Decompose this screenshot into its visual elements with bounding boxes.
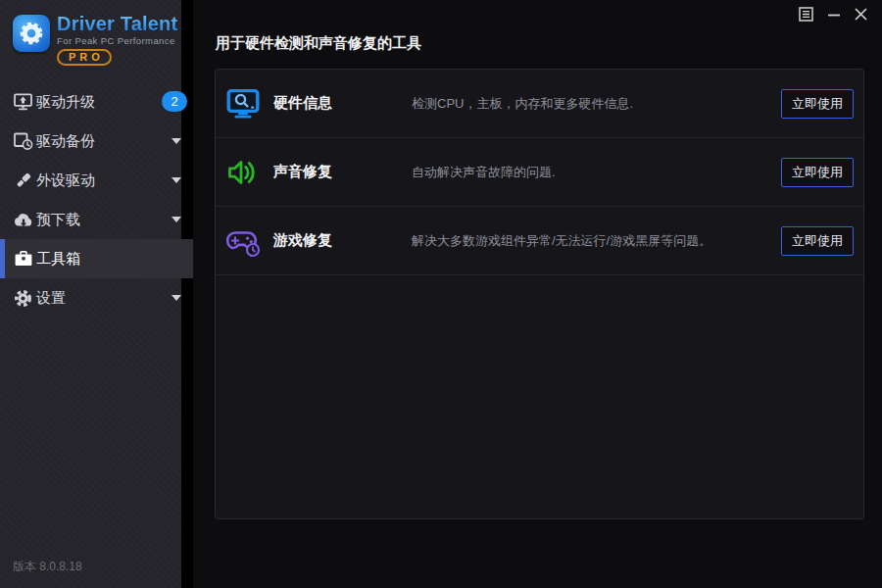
tool-title: 硬件信息 (273, 94, 412, 113)
chevron-down-icon (172, 138, 181, 144)
tool-title: 游戏修复 (273, 231, 412, 250)
sidebar-item-label: 驱动升级 (36, 93, 95, 112)
menu-list-icon (799, 7, 813, 25)
update-count-badge: 2 (162, 91, 187, 112)
pro-badge: PRO (57, 49, 112, 66)
tool-row-sound-repair: 声音修复 自动解决声音故障的问题. 立即使用 (216, 138, 863, 207)
sidebar-item-peripheral-drivers[interactable]: 外设驱动 (0, 161, 193, 200)
logo: Driver Talent For Peak PC Performance PR… (13, 14, 189, 69)
sidebar-item-label: 设置 (36, 289, 66, 308)
sidebar-item-label: 工具箱 (36, 250, 80, 269)
use-now-button[interactable]: 立即使用 (781, 158, 854, 187)
logo-gear-icon (13, 15, 50, 52)
logo-subtitle: For Peak PC Performance (57, 35, 177, 46)
minimize-icon (827, 7, 841, 25)
usb-drive-icon (13, 171, 33, 190)
tool-description: 解决大多数游戏组件异常/无法运行/游戏黑屏等问题。 (412, 232, 781, 250)
tools-panel: 硬件信息 检测CPU，主板，内存和更多硬件信息. 立即使用 声音修复 自动解决声… (215, 69, 864, 519)
chevron-down-icon (172, 295, 181, 301)
page-title: 用于硬件检测和声音修复的工具 (216, 34, 421, 53)
sidebar-item-driver-backup[interactable]: 驱动备份 (0, 122, 193, 161)
gear-icon (13, 288, 33, 308)
logo-title: Driver Talent (57, 14, 177, 34)
speaker-sound-icon (224, 155, 262, 190)
monitor-upgrade-icon (13, 92, 33, 112)
use-now-button[interactable]: 立即使用 (781, 226, 854, 256)
sidebar-item-label: 外设驱动 (36, 172, 95, 190)
sidebar-item-toolbox[interactable]: 工具箱 (0, 239, 193, 278)
close-button[interactable] (852, 7, 870, 25)
toolbox-icon (13, 249, 33, 269)
chevron-down-icon (172, 177, 181, 183)
hardware-monitor-search-icon (224, 86, 262, 122)
tool-description: 检测CPU，主板，内存和更多硬件信息. (412, 95, 781, 113)
sidebar-item-settings[interactable]: 设置 (0, 278, 193, 318)
sidebar-menu: 驱动升级 2 驱动备份 (0, 82, 193, 318)
tool-title: 声音修复 (273, 163, 412, 181)
tool-description: 自动解决声音故障的问题. (412, 164, 781, 181)
sidebar-item-predownload[interactable]: 预下载 (0, 200, 193, 239)
minimize-button[interactable] (824, 7, 843, 25)
tool-row-hardware-info: 硬件信息 检测CPU，主板，内存和更多硬件信息. 立即使用 (216, 70, 863, 138)
backup-clock-icon (13, 131, 33, 151)
window-controls (797, 7, 870, 25)
tool-row-game-repair: 游戏修复 解决大多数游戏组件异常/无法运行/游戏黑屏等问题。 立即使用 (216, 207, 863, 275)
logo-text: Driver Talent For Peak PC Performance PR… (57, 14, 177, 66)
sidebar-item-label: 驱动备份 (36, 132, 95, 151)
main-content: 用于硬件检测和声音修复的工具 硬件信息 检测CPU，主板，内存和更多硬件信息. (205, 0, 882, 588)
cloud-download-icon (13, 210, 33, 229)
chevron-down-icon (172, 217, 181, 222)
menu-button[interactable] (797, 7, 815, 25)
use-now-button[interactable]: 立即使用 (781, 89, 854, 119)
gamepad-repair-icon (224, 223, 262, 259)
close-icon (854, 7, 868, 25)
sidebar-item-driver-update[interactable]: 驱动升级 2 (0, 82, 193, 122)
sidebar: Driver Talent For Peak PC Performance PR… (0, 0, 193, 588)
version-label: 版本 8.0.8.18 (13, 559, 82, 575)
sidebar-item-label: 预下载 (36, 211, 80, 229)
